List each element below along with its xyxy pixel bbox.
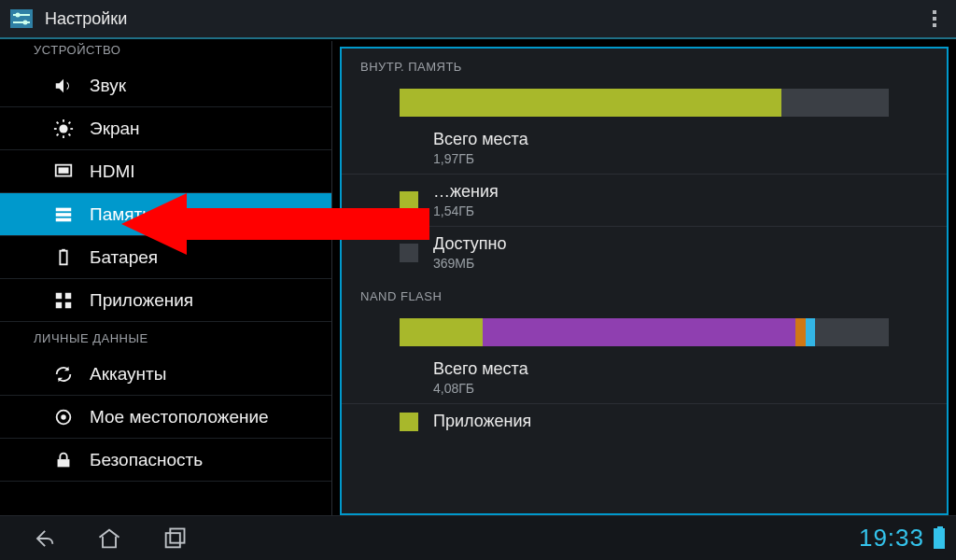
svg-point-3 xyxy=(16,13,21,18)
svg-rect-22 xyxy=(65,292,71,298)
sidebar-item-label: Приложения xyxy=(90,290,193,311)
monitor-icon xyxy=(52,161,75,183)
battery-status-icon[interactable] xyxy=(934,528,945,549)
storage-row-label: Доступно xyxy=(433,234,507,254)
svg-rect-16 xyxy=(56,207,72,211)
storage-row-value: 1,54ГБ xyxy=(433,203,499,218)
svg-rect-15 xyxy=(59,167,69,173)
home-button[interactable] xyxy=(77,520,142,557)
storage-row-value: 4,08ГБ xyxy=(433,381,528,396)
sidebar-item-sound[interactable]: Звук xyxy=(0,64,331,107)
sidebar-item-apps[interactable]: Приложения xyxy=(0,279,331,322)
svg-rect-27 xyxy=(58,459,70,467)
storage-row-label: Всего места xyxy=(433,130,528,149)
svg-rect-0 xyxy=(10,9,33,28)
storage-row-nand-total[interactable]: Всего места 4,08ГБ xyxy=(342,352,947,403)
lock-icon xyxy=(52,449,75,471)
storage-row-label: …жения xyxy=(433,182,499,202)
storage-section-internal-header: ВНУТР. ПАМЯТЬ xyxy=(342,49,947,83)
action-bar: Настройки xyxy=(0,0,956,39)
sidebar-item-hdmi[interactable]: HDMI xyxy=(0,150,331,193)
storage-icon xyxy=(52,203,75,226)
sidebar-item-label: Экран xyxy=(90,119,140,139)
back-button[interactable] xyxy=(11,520,77,557)
storage-row-total[interactable]: Всего места 1,97ГБ xyxy=(342,122,947,174)
storage-section-nand-header: NAND FLASH xyxy=(342,278,947,313)
sidebar-item-display[interactable]: Экран xyxy=(0,107,331,150)
status-bar-clock[interactable]: 19:33 xyxy=(859,524,924,553)
sidebar-item-label: Аккаунты xyxy=(90,364,166,385)
sidebar-item-label: HDMI xyxy=(90,161,135,182)
sidebar-item-security[interactable]: Безопасность xyxy=(0,439,331,482)
svg-line-13 xyxy=(69,121,71,123)
sidebar-section-device: УСТРОЙСТВО xyxy=(0,41,331,64)
svg-rect-29 xyxy=(166,533,180,547)
svg-point-4 xyxy=(23,21,28,25)
speaker-icon xyxy=(52,75,75,97)
svg-rect-18 xyxy=(56,217,72,221)
storage-bar-nand xyxy=(400,318,889,346)
app-title: Настройки xyxy=(45,9,921,29)
annotation-arrow xyxy=(121,193,429,255)
sidebar-item-label: Безопасность xyxy=(90,450,203,470)
svg-line-12 xyxy=(57,133,59,135)
svg-point-5 xyxy=(59,124,67,133)
storage-row-label: Всего места xyxy=(433,359,528,379)
storage-row-available[interactable]: Доступно 369МБ xyxy=(342,226,947,278)
svg-rect-23 xyxy=(56,301,62,307)
storage-row-apps[interactable]: …жения 1,54ГБ xyxy=(342,174,947,226)
storage-panel[interactable]: ВНУТР. ПАМЯТЬ Всего места 1,97ГБ …жения … xyxy=(340,47,949,515)
sidebar-item-location[interactable]: Мое местоположение xyxy=(0,396,331,439)
brightness-icon xyxy=(52,118,75,140)
svg-line-11 xyxy=(69,133,71,135)
svg-rect-24 xyxy=(65,301,71,307)
svg-rect-20 xyxy=(62,248,65,250)
storage-bar-internal xyxy=(400,89,889,117)
sidebar-item-accounts[interactable]: Аккаунты xyxy=(0,353,331,396)
settings-sidebar[interactable]: УСТРОЙСТВО Звук Экран HDMI Память xyxy=(0,41,332,515)
storage-row-nand-apps[interactable]: Приложения xyxy=(342,403,947,431)
storage-swatch xyxy=(400,413,418,431)
sidebar-item-label: Мое местоположение xyxy=(90,407,269,427)
svg-rect-19 xyxy=(60,250,66,264)
svg-rect-17 xyxy=(56,213,72,217)
sidebar-section-personal: ЛИЧНЫЕ ДАННЫЕ xyxy=(0,322,331,353)
svg-line-10 xyxy=(57,121,59,123)
storage-row-value: 1,97ГБ xyxy=(433,151,528,166)
settings-icon xyxy=(7,5,35,33)
recent-apps-button[interactable] xyxy=(142,520,207,557)
storage-row-value: 369МБ xyxy=(433,256,507,271)
apps-icon xyxy=(52,289,75,312)
svg-point-26 xyxy=(61,414,66,420)
system-nav-bar: 19:33 xyxy=(0,515,956,560)
svg-rect-30 xyxy=(170,528,184,542)
storage-row-label: Приложения xyxy=(433,412,531,431)
sidebar-item-label: Звук xyxy=(90,76,126,96)
svg-rect-21 xyxy=(56,292,62,298)
content-area: УСТРОЙСТВО Звук Экран HDMI Память xyxy=(0,41,956,515)
battery-icon xyxy=(52,246,75,269)
sync-icon xyxy=(52,363,75,385)
overflow-menu-button[interactable] xyxy=(921,10,949,27)
svg-marker-28 xyxy=(121,193,429,255)
location-icon xyxy=(52,406,75,428)
